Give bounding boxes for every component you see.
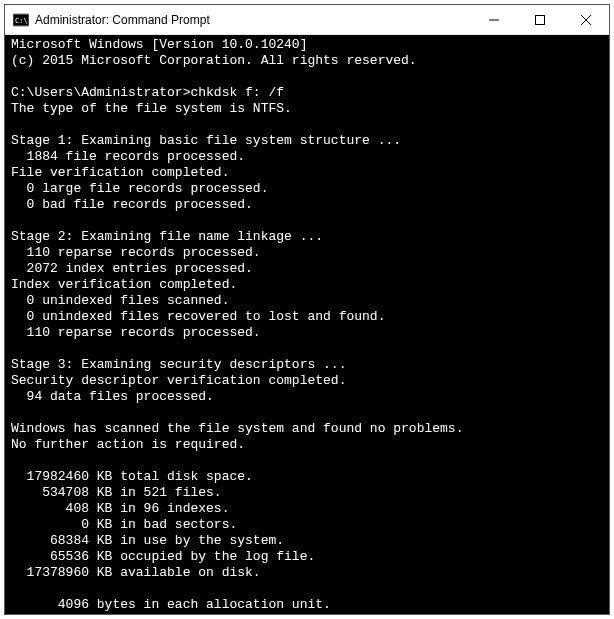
console-line: Stage 2: Examining file name linkage ... (11, 229, 603, 245)
console-line: 534708 KB in 521 files. (11, 485, 603, 501)
console-line: 0 unindexed files scanned. (11, 293, 603, 309)
console-line (11, 453, 603, 469)
console-line: Microsoft Windows [Version 10.0.10240] (11, 37, 603, 53)
console-line: 17378960 KB available on disk. (11, 565, 603, 581)
window-controls (471, 5, 609, 34)
console-line: 65536 KB occupied by the log file. (11, 549, 603, 565)
console-line: 2072 index entries processed. (11, 261, 603, 277)
window-title: Administrator: Command Prompt (35, 13, 471, 27)
console-line: Stage 3: Examining security descriptors … (11, 357, 603, 373)
minimize-button[interactable] (471, 5, 517, 34)
svg-rect-3 (536, 15, 545, 24)
console-line: File verification completed. (11, 165, 603, 181)
console-line: 408 KB in 96 indexes. (11, 501, 603, 517)
console-line (11, 213, 603, 229)
console-line: 4096 bytes in each allocation unit. (11, 597, 603, 613)
console-line: 1884 file records processed. (11, 149, 603, 165)
console-line: Stage 1: Examining basic file system str… (11, 133, 603, 149)
console-line: C:\Users\Administrator>chkdsk f: /f (11, 85, 603, 101)
console-line: 0 large file records processed. (11, 181, 603, 197)
maximize-button[interactable] (517, 5, 563, 34)
console-line (11, 341, 603, 357)
console-line: 94 data files processed. (11, 389, 603, 405)
command-prompt-window: C:\ Administrator: Command Prompt Micros… (4, 4, 610, 615)
titlebar[interactable]: C:\ Administrator: Command Prompt (5, 5, 609, 35)
console-line: Index verification completed. (11, 277, 603, 293)
console-line: 17982460 KB total disk space. (11, 469, 603, 485)
cmd-icon: C:\ (13, 12, 29, 28)
console-line: 110 reparse records processed. (11, 325, 603, 341)
console-line: No further action is required. (11, 437, 603, 453)
console-line: 0 KB in bad sectors. (11, 517, 603, 533)
console-line: The type of the file system is NTFS. (11, 101, 603, 117)
console-line (11, 117, 603, 133)
console-line (11, 581, 603, 597)
console-line: 0 bad file records processed. (11, 197, 603, 213)
console-line (11, 69, 603, 85)
console-line: 110 reparse records processed. (11, 245, 603, 261)
console-line: 68384 KB in use by the system. (11, 533, 603, 549)
console-line: 0 unindexed files recovered to lost and … (11, 309, 603, 325)
console-line: Windows has scanned the file system and … (11, 421, 603, 437)
console-line: (c) 2015 Microsoft Corporation. All righ… (11, 53, 603, 69)
close-button[interactable] (563, 5, 609, 34)
console-line: Security descriptor verification complet… (11, 373, 603, 389)
console-output[interactable]: Microsoft Windows [Version 10.0.10240](c… (5, 35, 609, 614)
svg-text:C:\: C:\ (15, 17, 28, 25)
console-line (11, 405, 603, 421)
